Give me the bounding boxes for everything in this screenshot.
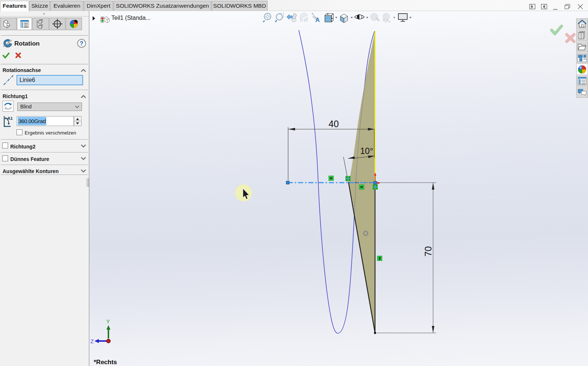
svg-text:A1: A1 xyxy=(7,116,13,121)
svg-text:A: A xyxy=(315,17,320,24)
